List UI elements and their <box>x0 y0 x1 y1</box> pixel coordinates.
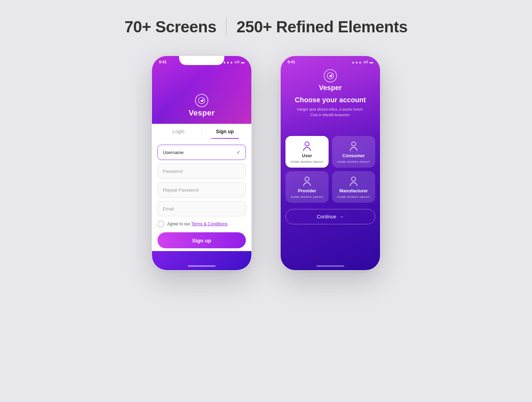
check-icon: ✓ <box>236 150 241 155</box>
user-desc: SOME WORDS ABOUT <box>291 160 324 163</box>
notch-2 <box>308 56 353 65</box>
account-user[interactable]: User SOME WORDS ABOUT <box>285 136 329 168</box>
provider-label: Provider <box>298 188 316 193</box>
logo-icon-2 <box>324 69 337 82</box>
consumer-desc: SOME WORDS ABOUT <box>337 160 370 163</box>
terms-link[interactable]: Terms & Conditions <box>191 222 227 226</box>
continue-button[interactable]: Continue → <box>285 209 375 224</box>
phone1-header: 9:41 ▲▲▲ wifi ▬ Vesper <box>152 56 251 124</box>
terms-checkbox[interactable] <box>158 220 164 227</box>
consumer-icon <box>350 142 357 151</box>
account-provider[interactable]: Provider SOME WORDS ABOUT <box>285 171 329 203</box>
phone-signup: 9:41 ▲▲▲ wifi ▬ Vesper <box>151 55 252 271</box>
user-head <box>305 142 309 146</box>
phone-choose-account: 9:41 ▲▲▲ wifi ▬ Vesper Choose your <box>280 55 381 271</box>
battery-icon-2: ▬ <box>370 60 373 64</box>
user-icon <box>303 142 311 151</box>
repeat-password-input[interactable]: Repeat Password <box>158 182 246 198</box>
manufacturer-label: Manufacturer <box>339 188 368 193</box>
provider-desc: SOME WORDS ABOUT <box>291 195 324 199</box>
password-placeholder: Password <box>163 169 183 174</box>
choose-subtitle: Integer quis dictum tellus, a auctor lor… <box>297 107 364 118</box>
headline-right: 250+ Refined Elements <box>236 17 408 36</box>
svg-point-1 <box>202 99 203 100</box>
provider-body <box>303 182 311 186</box>
provider-icon <box>303 177 311 186</box>
time-1: 9:41 <box>159 60 167 64</box>
consumer-head <box>351 142 356 146</box>
notch-1 <box>179 56 224 65</box>
phone2-header: Vesper Choose your account Integer quis … <box>281 56 380 132</box>
app-logo-1: Vesper <box>188 94 215 118</box>
consumer-label: Consumer <box>342 153 365 158</box>
headline-divider <box>226 18 227 36</box>
agree-text: Agree to our Terms & Conditions <box>167 222 227 226</box>
arrow-icon: → <box>339 214 344 219</box>
headline-left: 70+ Screens <box>124 17 216 36</box>
logo-icon-1 <box>195 94 208 107</box>
home-indicator-2 <box>316 265 344 267</box>
username-input[interactable]: Username ✓ <box>158 145 246 160</box>
tab-signup[interactable]: Sign up <box>202 124 248 139</box>
user-label: User <box>302 153 312 158</box>
time-2: 9:41 <box>288 60 295 64</box>
repeat-password-placeholder: Repeat Password <box>163 187 199 193</box>
email-input[interactable]: Email <box>158 201 246 216</box>
provider-head <box>305 177 309 182</box>
signal-icon-2: ▲▲▲ <box>352 60 362 64</box>
app-name-2: Vesper <box>319 84 342 92</box>
choose-title: Choose your account <box>295 96 366 104</box>
headline: 70+ Screens 250+ Refined Elements <box>124 17 408 36</box>
app-logo-2: Vesper <box>319 69 342 92</box>
account-manufacturer[interactable]: Manufacturer SOME WORDS ABOUT <box>332 171 375 203</box>
status-icons-2: ▲▲▲ wifi ▬ <box>352 60 373 64</box>
wifi-icon-2: wifi <box>363 60 368 64</box>
phone1-bottom <box>152 251 251 270</box>
status-icons-1: ▲▲▲ wifi ▬ <box>223 60 244 64</box>
signup-form: Username ✓ Password Repeat Password Emai… <box>152 139 251 254</box>
user-body <box>303 147 311 151</box>
manufacturer-body <box>350 182 357 186</box>
consumer-body <box>350 147 357 151</box>
tabs: Login Sign up <box>152 124 251 139</box>
signal-icon-1: ▲▲▲ <box>223 60 233 64</box>
account-consumer[interactable]: Consumer SOME WORDS ABOUT <box>332 136 375 168</box>
wifi-icon-1: wifi <box>235 60 240 64</box>
home-indicator-1 <box>188 265 216 267</box>
username-placeholder: Username <box>163 150 184 155</box>
password-input[interactable]: Password <box>158 163 246 179</box>
email-placeholder: Email <box>163 206 174 211</box>
agree-row: Agree to our Terms & Conditions <box>158 220 246 228</box>
tab-login[interactable]: Login <box>155 124 202 139</box>
account-grid: User SOME WORDS ABOUT Consumer SOME WORD… <box>281 132 380 206</box>
manufacturer-head <box>351 177 356 182</box>
manufacturer-desc: SOME WORDS ABOUT <box>337 195 370 199</box>
app-name-1: Vesper <box>188 108 215 118</box>
battery-icon-1: ▬ <box>241 60 244 64</box>
svg-point-3 <box>331 74 332 75</box>
signup-button[interactable]: Sign up <box>158 232 246 248</box>
manufacturer-icon <box>350 177 357 186</box>
phones-container: 9:41 ▲▲▲ wifi ▬ Vesper <box>151 55 381 271</box>
